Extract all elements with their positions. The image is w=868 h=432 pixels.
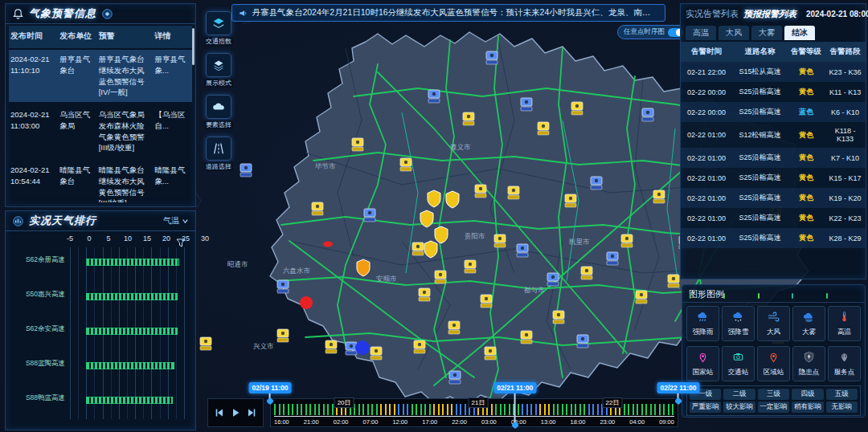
road-warning-sign[interactable] bbox=[607, 252, 618, 265]
skip-end-icon[interactable] bbox=[246, 407, 257, 418]
alarm-row[interactable]: 02-22 01:00S25沿榕高速黄色K15 - K17 bbox=[681, 168, 866, 188]
subtab-大雾[interactable]: 大雾 bbox=[751, 26, 782, 40]
road-warning-sign[interactable] bbox=[494, 234, 506, 247]
road-warning-sign[interactable] bbox=[553, 311, 564, 324]
metric-dropdown[interactable]: 气温 bbox=[163, 215, 189, 226]
time-label: 12:00 bbox=[392, 418, 407, 426]
road-warning-sign[interactable] bbox=[621, 234, 633, 247]
eye-icon[interactable] bbox=[101, 8, 113, 20]
road-warning-sign[interactable] bbox=[448, 321, 460, 334]
warning-shield-marker[interactable] bbox=[420, 210, 433, 227]
red-event-dot[interactable] bbox=[300, 296, 313, 309]
tick bbox=[562, 404, 563, 415]
bar-value[interactable] bbox=[86, 362, 174, 369]
tick bbox=[456, 404, 457, 415]
road-warning-sign[interactable] bbox=[653, 190, 665, 203]
road-warning-sign[interactable] bbox=[346, 342, 357, 355]
road-warning-sign[interactable] bbox=[508, 186, 519, 199]
road-warning-sign[interactable] bbox=[636, 291, 647, 304]
bar-value[interactable] bbox=[86, 293, 178, 300]
road-warning-sign[interactable] bbox=[277, 280, 289, 293]
bar-value[interactable] bbox=[86, 259, 179, 266]
subtab-结冰[interactable]: 结冰 bbox=[784, 26, 815, 40]
road-warning-sign[interactable] bbox=[571, 102, 583, 115]
range-handle[interactable]: 02/19 11:00 bbox=[249, 382, 292, 404]
road-warning-sign[interactable] bbox=[414, 340, 425, 353]
alarm-row[interactable]: 02-21 22:00S15松从高速黄色K23 - K36 bbox=[681, 62, 866, 82]
alarm-level: 蓝色 bbox=[788, 102, 825, 122]
road-warning-sign[interactable] bbox=[312, 202, 323, 215]
road-warning-sign[interactable] bbox=[400, 158, 411, 171]
road-warning-sign[interactable] bbox=[465, 260, 476, 273]
bar-value[interactable] bbox=[86, 397, 173, 404]
alarm-row[interactable]: 02-22 01:00S25沿榕高速黄色K7 - K10 bbox=[681, 148, 866, 168]
warning-shield-marker[interactable] bbox=[424, 241, 437, 258]
road-warning-sign[interactable] bbox=[352, 138, 363, 151]
alarm-level: 黄色 bbox=[788, 168, 825, 188]
tool-要素选择[interactable]: 要素选择 bbox=[204, 95, 233, 129]
road-warning-sign[interactable] bbox=[463, 112, 474, 125]
warning-row[interactable]: 2024-02-21 10:54:44晴隆县气象台晴隆县气象台继续发布大风黄色预… bbox=[9, 159, 192, 202]
timeline-track[interactable]: 16:0021:0002:0007:0012:0017:0022:0003:00… bbox=[270, 398, 678, 427]
alarm-row[interactable]: 02-22 00:00S25沿榕高速黄色K11 - K13 bbox=[681, 82, 866, 102]
tool-道路选择[interactable]: 道路选择 bbox=[204, 137, 233, 171]
road-warning-sign[interactable] bbox=[581, 267, 592, 279]
road-warning-sign[interactable] bbox=[538, 122, 549, 135]
road-warning-sign[interactable] bbox=[240, 164, 252, 177]
road-warning-sign[interactable] bbox=[668, 275, 679, 287]
alarm-row[interactable]: 02-22 01:00S25沿榕高速黄色K28 - K29 bbox=[681, 228, 866, 248]
warning-row[interactable]: 2024-02-21 11:10:10册亨县气象台册亨县气象台继续发布大风蓝色预… bbox=[9, 48, 192, 104]
road-warning-sign[interactable] bbox=[475, 185, 486, 198]
road-warning-sign[interactable] bbox=[521, 98, 532, 111]
range-handle[interactable]: 02/22 11:00 bbox=[657, 382, 700, 404]
alarm-row[interactable]: 02-22 01:00S25沿榕高速黄色K19 - K20 bbox=[681, 188, 866, 208]
road-warning-sign[interactable] bbox=[481, 295, 492, 308]
alarm-list-panel: 实况告警列表预报报警列表2024-02-21 08:00 高温大风大雾结冰 告警… bbox=[680, 3, 866, 279]
warning-shield-marker[interactable] bbox=[435, 226, 448, 243]
road-warning-sign[interactable] bbox=[371, 347, 382, 360]
road-warning-sign[interactable] bbox=[486, 51, 497, 64]
alarm-row[interactable]: 02-22 01:00S12松铜高速黄色K118 - K133 bbox=[681, 122, 866, 148]
filter-icon[interactable] bbox=[176, 236, 186, 246]
column-header: 发布单位 bbox=[58, 26, 96, 48]
road-warning-sign[interactable] bbox=[419, 288, 430, 301]
warning-shield-marker[interactable] bbox=[357, 259, 370, 276]
road-warning-sign[interactable] bbox=[277, 329, 289, 342]
warning-shield-marker[interactable] bbox=[428, 190, 440, 207]
level-color-bar bbox=[826, 293, 828, 299]
alarm-row[interactable]: 02-22 00:00S25沿榕高速蓝色K6 - K10 bbox=[681, 102, 866, 122]
warning-row[interactable]: 2024-02-21 11:03:00乌当区气象局乌当区气象局发布森林火险气象黄… bbox=[9, 104, 192, 159]
road-warning-sign[interactable] bbox=[428, 90, 440, 103]
road-warning-sign[interactable] bbox=[326, 340, 337, 353]
road-warning-sign[interactable] bbox=[565, 194, 576, 207]
road-warning-sign[interactable] bbox=[642, 108, 653, 121]
road-warning-sign[interactable] bbox=[591, 177, 602, 190]
current-time-handle[interactable]: 02/21 11:00 bbox=[493, 382, 536, 428]
road-warning-sign[interactable] bbox=[521, 331, 532, 344]
tool-交通指数[interactable]: 交通指数 bbox=[204, 11, 233, 46]
scrollbar[interactable] bbox=[192, 28, 194, 65]
tab-live-alarms[interactable]: 实况告警列表 bbox=[686, 8, 739, 20]
road-warning-sign[interactable] bbox=[200, 337, 211, 350]
subtab-高温[interactable]: 高温 bbox=[686, 26, 716, 40]
play-icon[interactable] bbox=[230, 407, 241, 418]
road-warning-sign[interactable] bbox=[577, 335, 588, 348]
red-event-ellipse[interactable] bbox=[323, 242, 333, 247]
road-warning-sign[interactable] bbox=[517, 244, 528, 257]
cell: K28 - K29 bbox=[825, 228, 866, 248]
road-warning-sign[interactable] bbox=[435, 271, 446, 283]
blue-event-dot[interactable] bbox=[355, 340, 370, 355]
city-label: 毕节市 bbox=[315, 162, 336, 170]
alarm-row[interactable]: 02-22 01:00S25沿榕高速黄色K22 - K23 bbox=[681, 208, 866, 228]
tab-forecast-alarms[interactable]: 预报报警列表 bbox=[743, 8, 796, 20]
road-warning-sign[interactable] bbox=[485, 347, 496, 360]
road-warning-sign[interactable] bbox=[412, 242, 424, 255]
warning-shield-marker[interactable] bbox=[446, 191, 459, 208]
road-warning-sign[interactable] bbox=[547, 273, 559, 286]
road-warning-sign[interactable] bbox=[364, 209, 375, 222]
tool-展示模式[interactable]: 展示模式 bbox=[204, 53, 233, 88]
bar-value[interactable] bbox=[86, 328, 178, 335]
skip-start-icon[interactable] bbox=[214, 407, 225, 418]
subtab-大风[interactable]: 大风 bbox=[719, 26, 749, 40]
timeseries-toggle[interactable]: 任意点时序图 bbox=[617, 25, 687, 39]
